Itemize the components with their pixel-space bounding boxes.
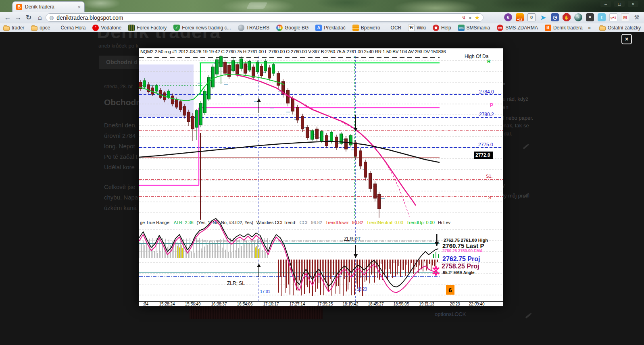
bookmarks-overflow-chevron[interactable]: »	[588, 25, 591, 31]
bookmark-label: Černá Hora	[60, 25, 85, 31]
options-lock-link[interactable]: optionsLOCK	[435, 311, 466, 317]
time-axis-label: :04	[143, 302, 148, 306]
bookmark-item[interactable]: WWiki	[408, 25, 426, 31]
folder-icon	[31, 26, 38, 31]
bookmark-label: TRADERS	[246, 25, 269, 31]
address-bar[interactable]: ◍ deniktradera.blogspot.com ↯ ● ★	[46, 13, 484, 22]
post-text-line: chybu. Napa	[104, 194, 138, 201]
indicator-strip-segment: Hi Lev	[438, 220, 450, 225]
adblock-stop-icon[interactable]: ✋	[563, 13, 571, 21]
maximize-button[interactable]: □	[614, 1, 625, 7]
bookmarks-right: » Ostatní záložky	[588, 25, 641, 31]
label-vline-1701: 17:01	[260, 289, 270, 294]
label-last-price: 2760.75 Last P	[442, 242, 484, 249]
edit-pencil-icon[interactable]	[525, 314, 531, 319]
bookmark-item[interactable]: TRADERS	[238, 25, 269, 31]
label-price-2775: 2775.0	[478, 142, 493, 148]
bookmark-label: Vodafone	[101, 25, 121, 31]
chart-lightbox-image[interactable]: NQM2 2.50 rng #1 2012-03-28 19:19:42 C:2…	[139, 48, 503, 306]
asterisk-icon[interactable]: *	[586, 13, 594, 21]
sidebar-text-fragment: jinak, tak se	[501, 123, 529, 129]
new-tab-button[interactable]	[246, 2, 268, 9]
folder-icon	[599, 26, 606, 31]
url-text[interactable]: deniktradera.blogspot.com	[56, 15, 459, 21]
none-icon	[387, 25, 389, 31]
bookmark-item[interactable]: SMSSMS-ZDARMA	[497, 25, 538, 31]
indicator-strip-segment: Woodies CCI Trend:	[256, 220, 296, 225]
bookmark-label: opce	[40, 25, 50, 31]
forward-button[interactable]: →	[13, 12, 23, 23]
bookmark-item[interactable]: trader	[3, 25, 24, 31]
bookmark-item[interactable]: APřekladač	[315, 25, 345, 31]
blog-nav-item[interactable]: Obchodní d	[106, 59, 138, 65]
time-axis-label: 18:10:42	[343, 302, 358, 306]
wrench-icon[interactable]: ⚒	[633, 13, 641, 21]
time-axis-label: 15:56:49	[185, 302, 201, 306]
label-p-level: P	[490, 102, 493, 108]
post-text-line: long. Nepot	[104, 143, 135, 150]
label-vline-1823: 18:23	[357, 287, 367, 291]
back-button[interactable]: ←	[2, 12, 13, 23]
blog-subtitle: aneb krůček po k	[98, 43, 138, 49]
lightbox-close-button[interactable]: ×	[621, 34, 632, 44]
bookmark-label: Deník tradera	[553, 25, 583, 31]
label-zlr-pt: ZLR;PT	[344, 236, 361, 242]
bookmark-item[interactable]: smsSMSmania	[458, 25, 490, 31]
gmail-icon[interactable]: M	[621, 13, 629, 21]
minimize-button[interactable]: –	[600, 1, 611, 7]
vodafone-icon: ’	[92, 25, 99, 31]
time-axis-label: 22:09:40	[469, 302, 485, 306]
time-axis: :0415:28:2415:56:4916:38:3716:54:0617:10…	[139, 302, 503, 306]
label-ema-values: 2760.25 2760.00 EMA	[442, 249, 483, 253]
twitter-t-icon[interactable]: t	[598, 13, 606, 21]
indicator-strip-segment: ATR: 2.36	[174, 220, 194, 225]
ff-icon	[128, 25, 135, 31]
twitter-bird-icon[interactable]: ➤	[539, 13, 547, 21]
reload-button[interactable]: ↻	[23, 12, 34, 23]
globe-share-icon[interactable]: ◔	[574, 13, 582, 21]
bookmark-item[interactable]: Времето	[352, 25, 380, 31]
lightbulb-icon[interactable]: ●	[469, 15, 471, 21]
bookmarks-bar: traderopceČerná Hora’VodafoneForex Facto…	[0, 23, 644, 32]
page-overlay: Deník tradera aneb krůček po k Obchodní …	[0, 32, 644, 345]
label-s1-level: S1.	[486, 174, 493, 179]
window-controls: – □ ×	[600, 1, 638, 7]
close-window-button[interactable]: ×	[628, 1, 638, 7]
plus11-badge[interactable]: +11	[516, 13, 524, 21]
globe-icon	[238, 25, 244, 31]
tab-close-icon[interactable]: ×	[77, 4, 81, 10]
bookmark-item[interactable]: opce	[31, 25, 50, 31]
bookmark-item[interactable]: GGoogle BG	[276, 25, 308, 31]
bookmark-item[interactable]: BDeník tradera	[545, 25, 583, 31]
bookmark-item[interactable]: ’Vodafone	[92, 25, 121, 31]
other-bookmarks-label: Ostatní záložky	[608, 25, 641, 31]
time-axis-label: 19:11:13	[419, 302, 434, 306]
clock-icon[interactable]: ◷	[551, 13, 559, 21]
euro-badge[interactable]: €	[504, 13, 512, 21]
browser-window: – □ × B Deník tradera × ← → ↻ ⌂ ◍ denikt…	[0, 0, 644, 345]
plus-one-icon[interactable]: g+1	[609, 13, 617, 21]
home-button[interactable]: ⌂	[35, 12, 45, 23]
label-high-of-day: High Of Da	[465, 54, 488, 59]
bookmark-item[interactable]: Černá Hora	[57, 25, 85, 31]
bookmark-label: Překladač	[324, 25, 345, 31]
edit-pencil-icon[interactable]	[523, 144, 528, 150]
post-text-line: úzkém kaná	[104, 204, 137, 211]
bookmark-item[interactable]: Forex Factory	[128, 25, 167, 31]
counter-badge[interactable]: 0	[527, 13, 536, 21]
post-text-line: úrovni 2784	[104, 132, 135, 139]
browser-tab[interactable]: B Deník tradera ×	[12, 1, 85, 12]
bookmark-star-icon[interactable]: ★	[475, 14, 480, 21]
none-icon	[57, 25, 58, 31]
bookmark-label: Help	[441, 25, 451, 31]
time-axis-label: 17:39:25	[317, 302, 333, 306]
post-heading[interactable]: Obchodn	[104, 98, 141, 107]
time-axis-label: 20:23	[450, 302, 460, 306]
smsg-icon: sms	[458, 25, 465, 31]
bookmark-item[interactable]: OCR	[387, 25, 402, 31]
bookmark-item[interactable]: ✓Forex news trading c...	[173, 25, 231, 31]
other-bookmarks-folder[interactable]: Ostatní záložky	[599, 25, 641, 31]
last-price-marker: 2772.0	[474, 152, 493, 159]
reading-list-icon[interactable]: ↯	[462, 15, 466, 21]
bookmark-item[interactable]: Help	[433, 25, 451, 31]
